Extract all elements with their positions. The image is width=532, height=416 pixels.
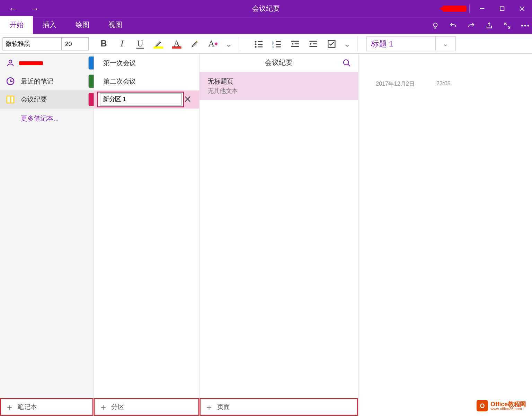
styles-selector[interactable]: 标题 1 (366, 36, 436, 51)
svg-point-12 (527, 25, 529, 26)
svg-point-33 (344, 60, 349, 65)
add-page-button[interactable]: ＋ 页面 (200, 398, 358, 416)
styles-dropdown-button[interactable]: ⌄ (436, 36, 456, 51)
undo-button[interactable] (449, 22, 458, 30)
svg-point-4 (433, 23, 437, 27)
page-title: 无标题页 (207, 77, 350, 86)
fullscreen-button[interactable] (503, 22, 511, 30)
forward-button[interactable]: → (30, 4, 39, 14)
page-item[interactable]: 无标题页 无其他文本 (200, 72, 358, 100)
svg-line-8 (505, 23, 507, 25)
plus-icon: ＋ (5, 401, 14, 413)
section-rename-box: ✕ (97, 92, 184, 107)
svg-point-13 (255, 41, 257, 42)
menu-bar: 开始 插入 绘图 视图 (0, 17, 532, 34)
sections-panel: 第一次会议 第二次会议 ✕ ＋ 分区 (94, 54, 200, 416)
section-color-tab (89, 57, 94, 70)
recent-notes-label: 最近的笔记 (21, 77, 53, 85)
font-style-button[interactable]: A◆ (205, 36, 221, 51)
account-name-redacted (443, 6, 467, 12)
page-datetime: 2017年12月2日 23:05 (376, 80, 532, 88)
clock-icon (6, 77, 15, 85)
maximize-button[interactable] (492, 0, 512, 17)
titlebar: ← → 会议纪要 (0, 0, 532, 17)
recent-notes-item[interactable]: 最近的笔记 (0, 72, 93, 90)
highlight-button[interactable] (150, 36, 167, 51)
more-button[interactable] (521, 24, 530, 27)
watermark: O Office教程网 www.office26.com (477, 400, 526, 411)
close-button[interactable] (512, 0, 532, 17)
user-name-redacted (19, 61, 43, 65)
more-notebooks-link[interactable]: 更多笔记本... (0, 109, 93, 123)
paragraph-more-button[interactable]: ⌄ (342, 36, 353, 51)
svg-text:3: 3 (272, 45, 274, 47)
outdent-button[interactable] (287, 36, 303, 51)
page-preview: 无其他文本 (207, 86, 350, 95)
section-color-tab (89, 93, 94, 106)
page-time-label: 23:05 (436, 80, 451, 88)
section-item-editing[interactable]: ✕ (94, 90, 199, 109)
back-button[interactable]: ← (9, 4, 17, 14)
section-rename-input[interactable] (100, 93, 182, 105)
page-date-label: 2017年12月2日 (376, 80, 415, 88)
svg-point-11 (524, 25, 526, 26)
redo-button[interactable] (467, 22, 476, 30)
notebook-item-label: 会议纪要 (21, 95, 47, 104)
svg-point-10 (521, 25, 523, 26)
window-title: 会议纪要 (252, 4, 280, 13)
user-account[interactable] (0, 54, 93, 72)
numbering-button[interactable]: 123 (269, 36, 285, 51)
italic-button[interactable]: I (114, 36, 130, 51)
font-name-input[interactable] (3, 37, 62, 50)
pages-header: 会议纪要 (200, 54, 358, 72)
pages-panel: 会议纪要 无标题页 无其他文本 ＋ 页面 (200, 54, 358, 416)
notebook-icon (6, 96, 15, 104)
share-button[interactable] (485, 22, 494, 30)
section-color-tab (89, 75, 94, 88)
bullets-button[interactable] (250, 36, 267, 51)
svg-point-32 (9, 60, 12, 63)
notebook-item[interactable]: 会议纪要 (0, 90, 93, 109)
tab-draw[interactable]: 绘图 (66, 16, 99, 34)
search-icon[interactable] (343, 59, 351, 67)
indent-button[interactable] (305, 36, 322, 51)
notebook-panel: 最近的笔记 会议纪要 更多笔记本... ＋ 笔记本 (0, 54, 94, 416)
tab-view[interactable]: 视图 (99, 16, 132, 34)
font-size-input[interactable] (62, 37, 89, 50)
add-section-button[interactable]: ＋ 分区 (94, 398, 199, 416)
lightbulb-icon[interactable] (431, 22, 439, 30)
svg-rect-1 (500, 7, 504, 10)
plus-icon: ＋ (205, 401, 213, 413)
font-color-button[interactable]: A (168, 36, 185, 51)
todo-tag-button[interactable] (323, 36, 340, 51)
tab-insert[interactable]: 插入 (33, 16, 66, 34)
svg-line-9 (508, 26, 510, 28)
underline-button[interactable]: U (132, 36, 149, 51)
svg-point-15 (255, 43, 257, 45)
add-notebook-button[interactable]: ＋ 笔记本 (0, 398, 93, 416)
minimize-button[interactable] (472, 0, 492, 17)
tab-home[interactable]: 开始 (0, 16, 33, 34)
ribbon-toolbar: B I U A A◆ ⌄ 123 (0, 34, 532, 54)
page-editor[interactable]: 2017年12月2日 23:05 O Office教程网 www.office2… (358, 54, 532, 416)
watermark-icon: O (477, 400, 488, 411)
user-icon (6, 59, 15, 67)
section-item[interactable]: 第一次会议 (94, 54, 199, 72)
clear-formatting-button[interactable] (187, 36, 203, 51)
svg-line-34 (348, 64, 350, 66)
section-item[interactable]: 第二次会议 (94, 72, 199, 90)
svg-point-17 (255, 46, 257, 47)
font-more-button[interactable]: ⌄ (223, 36, 234, 51)
bold-button[interactable]: B (96, 36, 112, 51)
plus-icon: ＋ (99, 401, 108, 413)
close-icon[interactable]: ✕ (184, 93, 192, 105)
